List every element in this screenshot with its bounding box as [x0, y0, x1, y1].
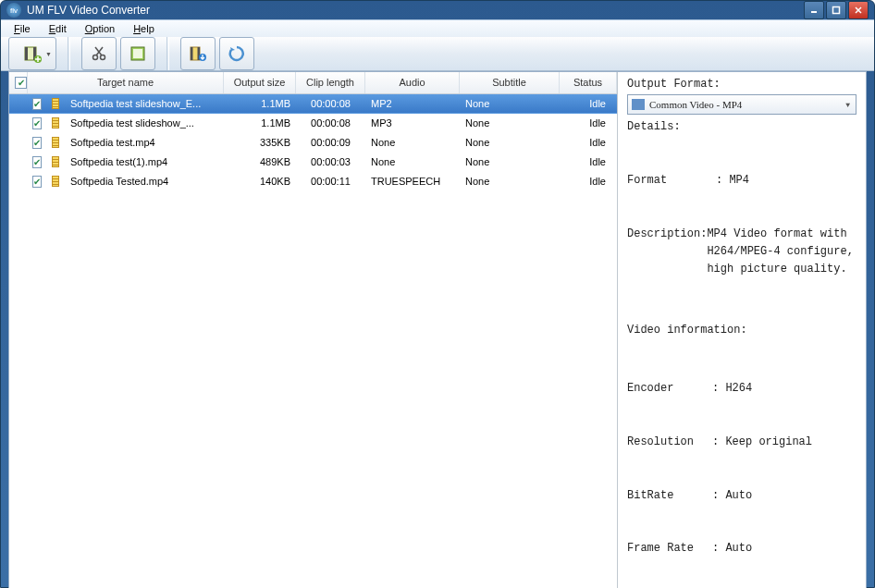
- window-title: UM FLV Video Converter: [27, 4, 804, 17]
- cell-size: 140KB: [224, 176, 296, 187]
- output-format-label: Output Format:: [627, 78, 857, 91]
- output-format-value: Common Video - MP4: [649, 99, 742, 110]
- col-subtitle[interactable]: Subtitle: [460, 72, 560, 93]
- video-file-icon: [52, 137, 59, 148]
- cell-subtitle: None: [460, 176, 560, 187]
- details-label: Details:: [627, 120, 857, 133]
- file-list-pane: Target name Output size Clip length Audi…: [9, 72, 618, 588]
- cell-subtitle: None: [460, 156, 560, 167]
- cell-clip: 00:00:08: [296, 98, 365, 109]
- table-row[interactable]: Softpedia test(1).mp4489KB00:00:03NoneNo…: [9, 153, 617, 172]
- minimize-button[interactable]: [804, 1, 824, 19]
- svg-line-11: [95, 47, 102, 55]
- cell-audio: MP2: [365, 98, 460, 109]
- cell-audio: TRUESPEECH: [365, 176, 460, 187]
- col-output-size[interactable]: Output size: [224, 72, 296, 93]
- cell-name: Softpedia test.mp4: [65, 137, 224, 148]
- add-file-button[interactable]: [8, 37, 56, 70]
- cell-status: Idle: [560, 98, 617, 109]
- video-file-icon: [52, 117, 59, 129]
- row-checkbox[interactable]: [32, 176, 42, 188]
- menu-edit[interactable]: Edit: [40, 20, 76, 37]
- cell-clip: 00:00:03: [296, 156, 365, 167]
- row-checkbox[interactable]: [32, 137, 42, 149]
- maximize-button[interactable]: [826, 1, 846, 19]
- table-row[interactable]: Softpedia test slideshow_...1.1MB00:00:0…: [9, 114, 617, 133]
- app-window: flv UM FLV Video Converter File Edit Opt…: [0, 0, 875, 588]
- menu-option[interactable]: Option: [76, 20, 124, 37]
- table-row[interactable]: Softpedia test slideshow_E...1.1MB00:00:…: [9, 94, 617, 114]
- cut-button[interactable]: [81, 37, 117, 70]
- refresh-button[interactable]: [219, 37, 254, 70]
- cell-clip: 00:00:11: [296, 176, 365, 187]
- cell-name: Softpedia Tested.mp4: [65, 176, 224, 187]
- table-body[interactable]: Softpedia test slideshow_E...1.1MB00:00:…: [9, 94, 617, 588]
- table-row[interactable]: Softpedia Tested.mp4140KB00:00:11TRUESPE…: [9, 172, 617, 191]
- menubar: File Edit Option Help: [1, 19, 874, 37]
- col-status[interactable]: Status: [560, 72, 617, 93]
- video-file-icon: [52, 156, 59, 167]
- svg-rect-15: [191, 47, 193, 60]
- table-row[interactable]: Softpedia test.mp4335KB00:00:09NoneNoneI…: [9, 133, 617, 153]
- cell-audio: None: [365, 156, 460, 167]
- col-clip-length[interactable]: Clip length: [296, 72, 365, 93]
- cell-name: Softpedia test(1).mp4: [65, 156, 224, 167]
- svg-rect-1: [833, 7, 840, 14]
- master-checkbox-cell[interactable]: [9, 72, 28, 93]
- svg-rect-13: [133, 49, 142, 58]
- output-format-select[interactable]: Common Video - MP4: [627, 94, 857, 115]
- crop-button[interactable]: [120, 37, 155, 70]
- row-checkbox[interactable]: [32, 98, 42, 110]
- cell-size: 489KB: [224, 156, 296, 167]
- toolbar: [1, 37, 874, 71]
- details-text: Format: MP4 Description: MP4 Video forma…: [627, 137, 857, 588]
- app-icon: flv: [6, 3, 21, 18]
- details-pane: Output Format: Common Video - MP4 Detail…: [618, 72, 866, 588]
- cell-clip: 00:00:09: [296, 137, 365, 148]
- cell-subtitle: None: [460, 117, 560, 129]
- cell-audio: None: [365, 137, 460, 148]
- cell-subtitle: None: [460, 137, 560, 148]
- cell-name: Softpedia test slideshow_...: [65, 117, 224, 129]
- cell-clip: 00:00:08: [296, 117, 365, 129]
- row-checkbox[interactable]: [32, 156, 42, 168]
- cell-status: Idle: [560, 117, 617, 129]
- cell-name: Softpedia test slideshow_E...: [65, 98, 224, 109]
- row-checkbox[interactable]: [32, 117, 42, 129]
- cell-size: 1.1MB: [224, 117, 296, 129]
- col-audio[interactable]: Audio: [365, 72, 460, 93]
- cell-status: Idle: [560, 176, 617, 187]
- menu-help[interactable]: Help: [124, 20, 164, 37]
- cell-size: 335KB: [224, 137, 296, 148]
- titlebar[interactable]: flv UM FLV Video Converter: [1, 1, 874, 19]
- svg-rect-5: [25, 47, 28, 60]
- cell-size: 1.1MB: [224, 98, 296, 109]
- cell-status: Idle: [560, 137, 617, 148]
- cell-subtitle: None: [460, 98, 560, 109]
- video-file-icon: [52, 98, 59, 109]
- col-target-name[interactable]: Target name: [28, 72, 224, 93]
- master-checkbox-icon[interactable]: [15, 77, 27, 89]
- convert-button[interactable]: [180, 37, 216, 70]
- menu-file[interactable]: File: [5, 20, 40, 37]
- format-icon: [632, 99, 645, 110]
- svg-line-10: [96, 47, 103, 55]
- table-header: Target name Output size Clip length Audi…: [9, 72, 617, 94]
- video-file-icon: [52, 176, 59, 187]
- cell-status: Idle: [560, 156, 617, 167]
- close-button[interactable]: [848, 1, 869, 19]
- cell-audio: MP3: [365, 117, 460, 129]
